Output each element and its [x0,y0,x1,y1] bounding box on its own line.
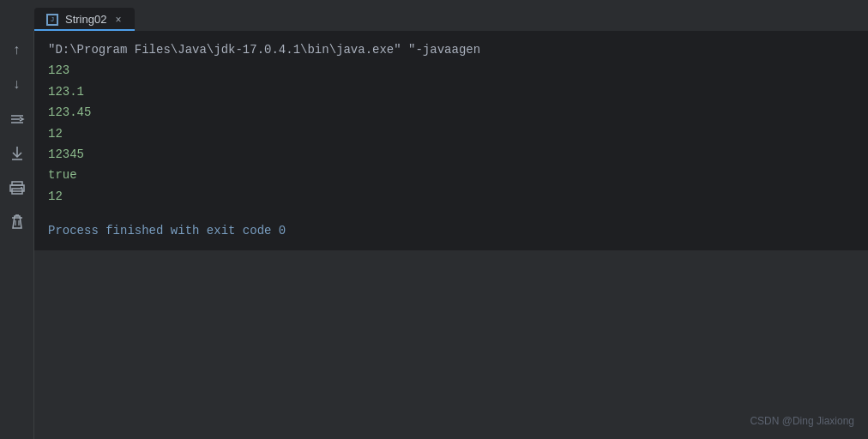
output-line-3: 123.45 [48,102,854,123]
output-line-6: true [48,165,854,185]
print-icon[interactable] [8,178,27,197]
command-line: "D:\Program Files\Java\jdk-17.0.4.1\bin\… [48,39,854,60]
process-finished-line: Process finished with exit code 0 [48,220,854,241]
scroll-up-icon[interactable]: ↑ [8,41,27,60]
console-area[interactable]: "D:\Program Files\Java\jdk-17.0.4.1\bin\… [34,31,868,250]
spacer [48,207,854,220]
output-line-4: 12 [48,123,854,144]
svg-point-8 [21,187,22,189]
output-line-7: 12 [48,186,854,207]
output-line-5: 12345 [48,144,854,165]
output-line-1: 123 [48,60,854,81]
tab-bar: J String02 × [0,0,868,31]
scroll-down-icon[interactable]: ↓ [8,75,27,94]
watermark: CSDN @Ding Jiaxiong [750,415,854,427]
output-line-2: 123.1 [48,81,854,102]
download-icon[interactable] [8,144,27,163]
tab-file-icon: J [46,14,58,26]
wrap-lines-icon[interactable] [8,110,27,129]
clear-console-icon[interactable] [8,213,27,232]
tab-label: String02 [65,13,106,26]
tab-close-button[interactable]: × [113,14,123,26]
console-wrapper: "D:\Program Files\Java\jdk-17.0.4.1\bin\… [34,31,868,439]
main-layout: ↑ ↓ [0,31,868,439]
tab-string02[interactable]: J String02 × [34,8,135,31]
sidebar: ↑ ↓ [0,31,34,439]
